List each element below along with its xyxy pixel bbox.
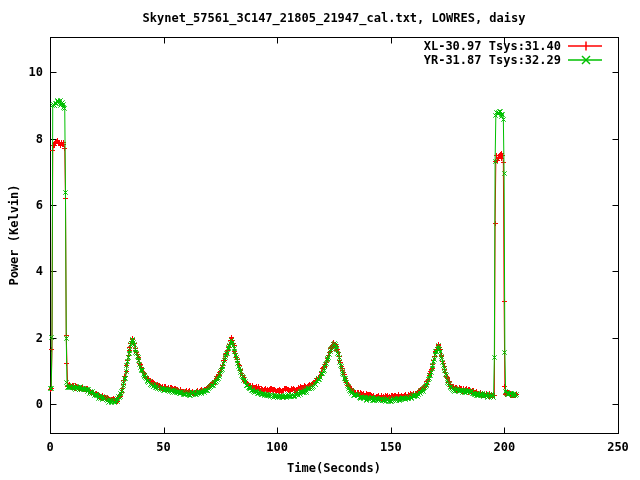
legend: XL-30.97 Tsys:31.40 YR-31.87 Tsys:32.29 [424,39,603,67]
legend-label-xl: XL-30.97 Tsys:31.40 [424,39,561,53]
plot-canvas [0,0,640,480]
chart-title: Skynet_57561_3C147_21805_21947_cal.txt, … [50,11,618,25]
x-tick-label: 250 [593,440,640,454]
y-tick-label: 4 [0,264,43,278]
x-tick-label: 50 [139,440,189,454]
x-tick-label: 0 [25,440,75,454]
y-tick-label: 8 [0,132,43,146]
y-tick-label: 6 [0,198,43,212]
legend-row-xl: XL-30.97 Tsys:31.40 [424,39,603,53]
legend-sample-plus-icon [567,39,603,53]
legend-label-yr: YR-31.87 Tsys:32.29 [424,53,561,67]
legend-sample-cross-icon [567,53,603,67]
x-axis-title: Time(Seconds) [50,461,618,475]
x-tick-label: 150 [366,440,416,454]
gnuplot-window: Skynet_57561_3C147_21805_21947_cal.txt, … [0,0,640,480]
x-tick-label: 200 [479,440,529,454]
x-tick-label: 100 [252,440,302,454]
y-tick-label: 10 [0,65,43,79]
y-tick-label: 0 [0,397,43,411]
y-tick-label: 2 [0,331,43,345]
legend-row-yr: YR-31.87 Tsys:32.29 [424,53,603,67]
